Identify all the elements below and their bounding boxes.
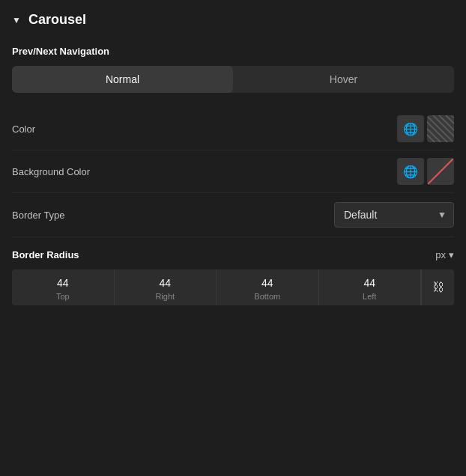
radius-top-input[interactable] (12, 269, 114, 292)
color-globe-button[interactable]: 🌐 (397, 115, 424, 142)
radius-right-input[interactable] (115, 269, 217, 292)
border-type-select-wrapper: Default Solid Dashed Dotted Double ▼ (334, 202, 454, 228)
border-radius-section: Border Radius px ▾ Top Right Bottom Left (12, 243, 454, 305)
bg-color-label: Background Color (12, 166, 90, 177)
radius-left-group: Left (319, 269, 422, 305)
unit-label: px (435, 249, 446, 260)
radius-inputs: Top Right Bottom Left ⛓ (12, 269, 454, 305)
color-label: Color (12, 123, 35, 135)
bg-color-row: Background Color 🌐 (12, 150, 454, 193)
radius-bottom-label: Bottom (254, 292, 280, 305)
radius-bottom-group: Bottom (217, 269, 319, 305)
border-type-row: Border Type Default Solid Dashed Dotted … (12, 193, 454, 237)
radius-top-label: Top (56, 292, 70, 305)
color-swatch[interactable] (427, 115, 454, 142)
chevron-icon: ▼ (12, 15, 21, 25)
link-button[interactable]: ⛓ (421, 269, 454, 305)
unit-selector[interactable]: px ▾ (435, 249, 454, 260)
radius-left-input[interactable] (319, 269, 421, 292)
panel-header: ▼ Carousel (12, 12, 454, 28)
border-radius-header: Border Radius px ▾ (12, 243, 454, 260)
border-radius-label: Border Radius (12, 249, 79, 260)
normal-hover-toggle: Normal Hover (12, 66, 454, 93)
radius-left-label: Left (363, 292, 376, 305)
bg-color-globe-button[interactable]: 🌐 (397, 158, 424, 185)
border-type-label: Border Type (12, 210, 65, 221)
radius-right-group: Right (115, 269, 217, 305)
border-type-select[interactable]: Default Solid Dashed Dotted Double (334, 202, 454, 228)
color-controls: 🌐 (397, 115, 454, 142)
radius-bottom-input[interactable] (217, 269, 318, 292)
unit-chevron-icon: ▾ (449, 249, 454, 260)
panel-title: Carousel (28, 12, 86, 28)
radius-right-label: Right (155, 292, 175, 305)
color-row: Color 🌐 (12, 108, 454, 150)
bg-color-swatch[interactable] (427, 158, 454, 185)
bg-color-controls: 🌐 (397, 158, 454, 185)
hover-tab[interactable]: Hover (233, 66, 454, 93)
section-label: Prev/Next Navigation (12, 46, 454, 57)
normal-tab[interactable]: Normal (12, 66, 233, 93)
carousel-panel: ▼ Carousel Prev/Next Navigation Normal H… (0, 0, 466, 317)
radius-top-group: Top (12, 269, 115, 305)
link-icon: ⛓ (432, 281, 444, 294)
